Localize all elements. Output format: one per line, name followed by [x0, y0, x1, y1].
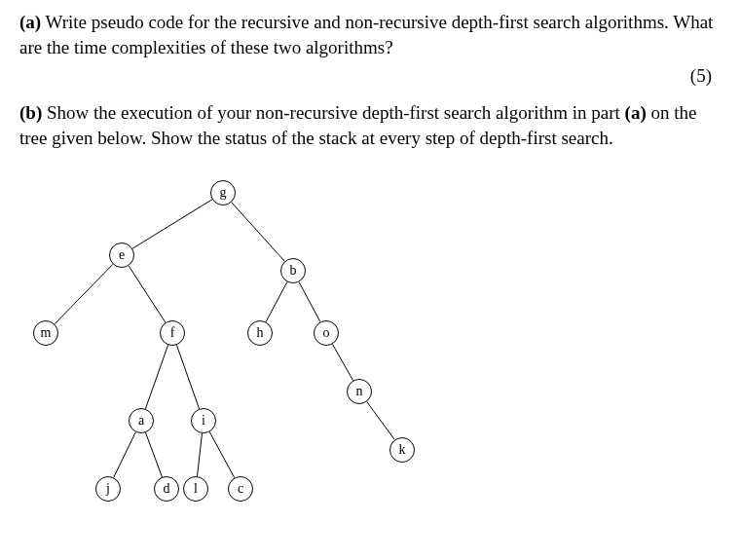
tree-edge-f-a — [145, 345, 167, 409]
tree-node-a: a — [129, 408, 154, 433]
part-a-text: (a) Write pseudo code for the recursive … — [19, 10, 722, 59]
tree-node-e: e — [109, 243, 134, 268]
part-b-label: (b) — [19, 102, 42, 123]
tree-edge-e-m — [55, 264, 113, 323]
part-a-marks: (5) — [19, 65, 712, 87]
tree-edge-g-b — [232, 202, 285, 261]
tree-node-b: b — [280, 258, 306, 283]
tree-node-m: m — [33, 320, 58, 346]
part-a-label: (a) — [19, 12, 41, 32]
tree-node-k: k — [389, 437, 415, 463]
tree-node-o: o — [314, 320, 339, 346]
tree-edges — [19, 161, 721, 531]
tree-node-d: d — [154, 476, 179, 502]
tree-node-n: n — [347, 379, 372, 404]
tree-node-i: i — [191, 408, 216, 433]
tree-edge-b-o — [299, 281, 320, 321]
tree-node-j: j — [95, 476, 121, 502]
tree-edge-i-l — [198, 432, 203, 475]
tree-node-f: f — [160, 320, 185, 346]
tree-edge-b-h — [266, 281, 287, 321]
tree-edge-i-c — [209, 431, 235, 477]
tree-node-c: c — [228, 476, 253, 502]
tree-node-g: g — [210, 180, 236, 205]
part-b-body1: Show the execution of your non-recursive… — [42, 102, 624, 123]
tree-diagram: gebmfhonaikjdlc — [19, 161, 721, 531]
part-b-refA: (a) — [625, 102, 647, 123]
tree-node-h: h — [247, 320, 273, 346]
tree-node-l: l — [183, 476, 208, 502]
tree-edge-a-d — [146, 432, 163, 477]
part-b-text: (b) Show the execution of your non-recur… — [19, 100, 722, 150]
tree-edge-o-n — [332, 344, 352, 380]
part-a-body: Write pseudo code for the recursive and … — [19, 12, 713, 57]
tree-edge-n-k — [367, 401, 395, 439]
tree-edge-f-i — [176, 345, 199, 409]
tree-edge-g-e — [132, 199, 212, 247]
tree-edge-e-f — [129, 265, 166, 321]
tree-edge-a-j — [114, 431, 136, 477]
